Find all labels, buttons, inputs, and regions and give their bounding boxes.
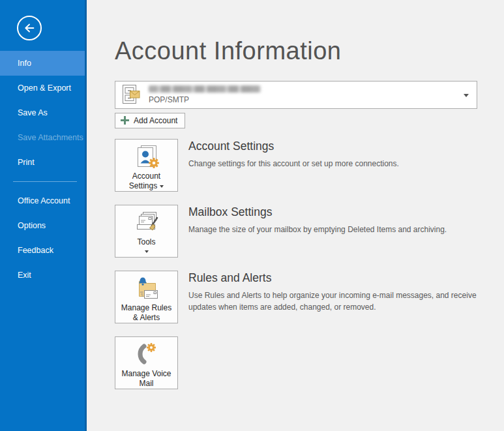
- section-heading: Account Settings: [188, 140, 399, 153]
- dropdown-caret-icon: [464, 94, 469, 97]
- sidebar-item-feedback[interactable]: Feedback: [0, 238, 85, 263]
- sidebar-item-options[interactable]: Options: [0, 213, 85, 238]
- add-account-button[interactable]: Add Account: [115, 113, 185, 128]
- account-email-redacted: [149, 85, 261, 93]
- back-button[interactable]: [17, 16, 42, 40]
- rules-alerts-icon: [132, 276, 161, 302]
- plus-icon: [121, 116, 129, 125]
- dropdown-caret-icon: [160, 185, 164, 188]
- section-heading: Rules and Alerts: [188, 271, 481, 285]
- sidebar-item-office-account[interactable]: Office Account: [0, 188, 85, 213]
- account-settings-row: Account Settings Account Settings Change…: [115, 139, 504, 192]
- sidebar-item-info[interactable]: Info: [0, 51, 85, 76]
- account-protocol-label: POP/SMTP: [149, 95, 261, 104]
- mailbox-settings-text: Mailbox Settings Manage the size of your…: [188, 205, 447, 258]
- page-title: Account Information: [115, 38, 504, 65]
- voice-mail-row: Manage Voice Mail: [115, 336, 504, 389]
- section-description: Change settings for this account or set …: [188, 158, 399, 170]
- account-selector-dropdown[interactable]: POP/SMTP: [115, 81, 477, 109]
- backstage-sidebar: Info Open & Export Save As Save Attachme…: [0, 0, 87, 431]
- account-information-pane: Account Information POP/SMTP: [87, 0, 504, 431]
- account-settings-button-label: Account Settings: [115, 171, 177, 191]
- manage-voice-mail-button-label: Manage Voice Mail: [115, 369, 177, 389]
- mailbox-cleanup-tools-icon: [132, 210, 161, 236]
- voice-mail-icon: [132, 342, 161, 368]
- back-arrow-icon: [22, 21, 37, 35]
- account-settings-button[interactable]: Account Settings: [115, 139, 178, 192]
- mailbox-settings-row: Tools Mailbox Settings Manage the size o…: [115, 205, 504, 258]
- manage-rules-alerts-button-label: Manage Rules & Alerts: [115, 303, 177, 323]
- section-description: Use Rules and Alerts to help organize yo…: [188, 290, 481, 313]
- rules-alerts-text: Rules and Alerts Use Rules and Alerts to…: [188, 271, 481, 323]
- sidebar-item-print[interactable]: Print: [0, 150, 85, 175]
- rules-alerts-row: Manage Rules & Alerts Rules and Alerts U…: [115, 271, 504, 323]
- sidebar-item-exit[interactable]: Exit: [0, 263, 85, 288]
- manage-rules-alerts-button[interactable]: Manage Rules & Alerts: [115, 271, 178, 323]
- mail-account-cabinet-icon: [121, 84, 141, 105]
- section-description: Manage the size of your mailbox by empty…: [188, 224, 447, 235]
- sidebar-item-save-attachments: Save Attachments: [0, 125, 85, 150]
- manage-voice-mail-button[interactable]: Manage Voice Mail: [115, 336, 178, 389]
- account-settings-text: Account Settings Change settings for thi…: [188, 139, 399, 192]
- tools-button-label: Tools: [134, 237, 158, 247]
- sidebar-divider: [13, 181, 77, 182]
- info-sections: Account Settings Account Settings Change…: [115, 139, 504, 389]
- sidebar-nav: Info Open & Export Save As Save Attachme…: [0, 51, 85, 288]
- dropdown-caret-icon: [145, 250, 149, 253]
- add-account-label: Add Account: [134, 116, 177, 125]
- tools-button[interactable]: Tools: [115, 205, 178, 258]
- sidebar-item-save-as[interactable]: Save As: [0, 100, 85, 125]
- sidebar-item-open-export[interactable]: Open & Export: [0, 76, 85, 100]
- account-settings-icon: [132, 144, 161, 170]
- account-identity: POP/SMTP: [149, 85, 261, 104]
- section-heading: Mailbox Settings: [188, 205, 447, 219]
